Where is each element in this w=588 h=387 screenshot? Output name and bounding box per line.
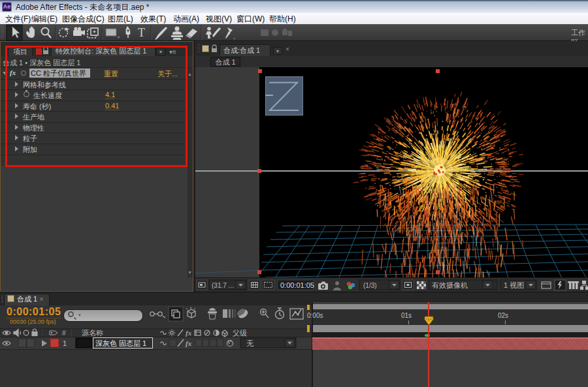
svg-text:无: 无: [246, 339, 253, 347]
svg-text:(31.7 ...: (31.7 ...: [212, 282, 234, 289]
svg-text:父级: 父级: [233, 329, 247, 337]
svg-text:源名称: 源名称: [82, 329, 103, 337]
svg-text:0:00:01:05: 0:00:01:05: [280, 281, 314, 289]
svg-text:有效摄像机: 有效摄像机: [432, 281, 468, 289]
svg-text:fx: fx: [186, 339, 192, 347]
svg-text:(1/3): (1/3): [363, 282, 377, 289]
svg-text:#: #: [62, 330, 66, 337]
svg-text:深灰色 固态层 1: 深灰色 固态层 1: [95, 339, 146, 347]
svg-text:fx: fx: [186, 329, 192, 337]
svg-text:1 视图: 1 视图: [504, 281, 524, 289]
svg-text:T: T: [138, 26, 145, 39]
svg-text:1: 1: [63, 339, 67, 347]
